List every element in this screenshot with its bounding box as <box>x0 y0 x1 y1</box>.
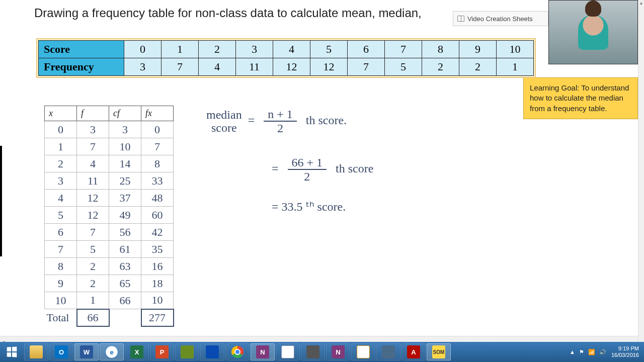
median-formula: median score = n + 1 2 th score. <box>206 108 347 135</box>
start-button[interactable] <box>0 342 23 362</box>
table-row: 17107 <box>45 138 174 155</box>
table-row: 1016610 <box>45 292 174 309</box>
publisher-icon <box>181 345 194 358</box>
working-frequency-table: x f cf fx 033017107241483112533412374851… <box>44 106 174 327</box>
median-result: = 33.5 ᵗʰ score. <box>272 200 346 213</box>
horizontal-scrollbar[interactable]: ◄ <box>0 336 638 342</box>
onedrive-icon <box>206 345 219 358</box>
onenote-2-icon: N <box>332 345 345 358</box>
chrome-icon <box>231 346 244 358</box>
table-row: 826316 <box>45 258 174 275</box>
window-tab-label: Video Creation Sheets <box>467 15 533 23</box>
taskbar-app-onedrive[interactable] <box>200 343 224 360</box>
score-label: Score <box>39 41 124 58</box>
outlook-icon: O <box>55 345 68 358</box>
snipping-tool-icon <box>357 345 370 358</box>
network-icon[interactable]: 📶 <box>588 349 595 355</box>
calculator-icon <box>306 345 319 358</box>
window-tab[interactable]: Video Creation Sheets <box>453 11 548 26</box>
taskbar-app-excel[interactable]: X <box>125 343 149 360</box>
volume-icon[interactable]: 🔊 <box>599 349 606 355</box>
taskbar-app-som[interactable]: SOM <box>427 343 451 360</box>
app-generic-icon <box>382 345 395 358</box>
book-icon <box>457 16 464 22</box>
table-row: 756135 <box>45 241 174 258</box>
taskbar-app-calculator[interactable] <box>301 343 325 360</box>
table-row: 926518 <box>45 275 174 292</box>
onenote-icon: N <box>256 345 269 358</box>
taskbar-app-publisher[interactable] <box>175 343 199 360</box>
taskbar-app-onenote-2[interactable]: N <box>326 343 350 360</box>
taskbar-apps: OWeXPNNASOM <box>23 342 451 362</box>
tray-up-icon[interactable]: ▲ <box>570 349 575 355</box>
taskbar: OWeXPNNASOM ▲ ⚑ 📶 🔊 9:19 PM 16/03/2016 <box>0 342 644 362</box>
som-icon: SOM <box>432 345 445 358</box>
taskbar-app-internet-explorer[interactable]: e <box>100 343 124 360</box>
windows-icon <box>7 346 17 357</box>
notepad-icon <box>281 345 294 358</box>
taskbar-app-word[interactable]: W <box>74 343 99 360</box>
table-row: 675642 <box>45 224 174 241</box>
taskbar-app-outlook[interactable]: O <box>49 343 73 360</box>
excel-icon: X <box>130 345 143 358</box>
table-row: 3112533 <box>45 172 174 190</box>
taskbar-app-powerpoint[interactable]: P <box>150 343 174 360</box>
table-row: 0330 <box>45 121 174 138</box>
left-edge-strip <box>0 146 2 256</box>
document-area: Drawing a frequency table for non-class … <box>0 0 644 342</box>
taskbar-app-notepad[interactable] <box>276 343 300 360</box>
presenter-silhouette <box>578 15 608 50</box>
table-row: 5124960 <box>45 207 174 224</box>
median-substitution: = 66 + 1 2 th score <box>272 156 373 184</box>
adobe-reader-icon: A <box>407 345 420 358</box>
table-row: 4123748 <box>45 190 174 207</box>
word-icon: W <box>80 345 93 358</box>
total-row: Total 66 277 <box>45 309 174 326</box>
taskbar-app-chrome[interactable] <box>225 343 250 360</box>
page-title: Drawing a frequency table for non-class … <box>34 6 422 20</box>
frequency-label: Frequency <box>39 58 124 76</box>
table-row: 24148 <box>45 155 174 172</box>
scroll-up-icon[interactable]: ▲ <box>638 0 644 6</box>
taskbar-app-app-generic[interactable] <box>376 343 400 360</box>
learning-goal-note: Learning Goal: To understand how to calc… <box>523 77 638 119</box>
action-center-icon[interactable]: ⚑ <box>579 349 584 355</box>
taskbar-app-file-explorer[interactable] <box>24 343 48 360</box>
powerpoint-icon: P <box>155 345 169 358</box>
taskbar-app-adobe-reader[interactable]: A <box>401 343 426 360</box>
vertical-scrollbar[interactable]: ▲ <box>638 0 644 342</box>
score-frequency-table: Score 0 1 2 3 4 5 6 7 8 9 10 Frequency 3… <box>36 38 536 78</box>
taskbar-app-snipping-tool[interactable] <box>351 343 375 360</box>
file-explorer-icon <box>30 345 43 358</box>
taskbar-app-onenote[interactable]: N <box>251 343 275 360</box>
webcam-overlay <box>548 0 638 64</box>
internet-explorer-icon: e <box>105 345 118 358</box>
score-row: Score 0 1 2 3 4 5 6 7 8 9 10 <box>39 41 534 58</box>
frequency-row: Frequency 3 7 4 11 12 12 7 5 2 2 1 <box>39 58 534 76</box>
system-tray[interactable]: ▲ ⚑ 📶 🔊 9:19 PM 16/03/2016 <box>565 342 644 362</box>
taskbar-clock[interactable]: 9:19 PM 16/03/2016 <box>611 345 639 358</box>
